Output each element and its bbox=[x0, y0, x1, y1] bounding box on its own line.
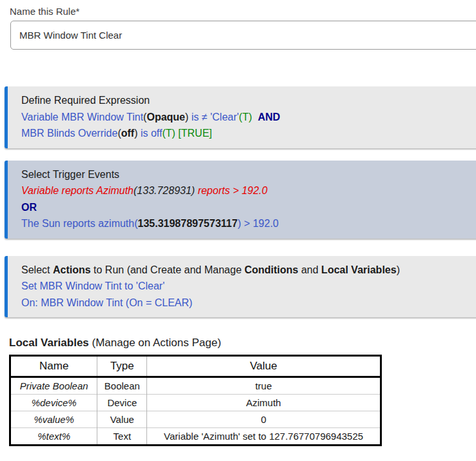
variable-type: Value bbox=[97, 411, 147, 428]
trigger-events-header: Select Trigger Events bbox=[21, 166, 476, 183]
rule-name-label: Name this Rule* bbox=[10, 6, 476, 17]
variable-type: Text bbox=[97, 428, 147, 446]
variable-name: Private Boolean bbox=[10, 377, 97, 395]
table-row: Private Boolean Boolean true bbox=[10, 377, 381, 395]
trigger-or-line: OR bbox=[21, 199, 476, 216]
table-row: %device% Device Azimuth bbox=[10, 395, 381, 411]
trigger-event-line: Variable reports Azimuth(133.728931) rep… bbox=[21, 182, 476, 199]
variable-name: %device% bbox=[10, 395, 97, 411]
rule-sections: Define Required Expression Variable MBR … bbox=[0, 86, 476, 317]
column-header-name: Name bbox=[10, 356, 97, 377]
section-trigger-events[interactable]: Select Trigger Events Variable reports A… bbox=[5, 161, 476, 239]
variable-name: %text% bbox=[10, 428, 97, 446]
variable-type: Device bbox=[97, 395, 147, 411]
action-line: On: MBR Window Tint (On = CLEAR) bbox=[21, 295, 476, 311]
trigger-event-line: The Sun reports azimuth(135.319878975731… bbox=[21, 215, 476, 232]
required-expression-line: Variable MBR Window Tint(Opaque) is ≠ 'C… bbox=[21, 109, 476, 126]
required-expression-header: Define Required Expression bbox=[21, 92, 476, 109]
variable-value: Variable 'Azimuth' set to 127.7677079694… bbox=[147, 428, 381, 446]
section-required-expression[interactable]: Define Required Expression Variable MBR … bbox=[5, 86, 476, 148]
section-actions[interactable]: Select Actions to Run (and Create and Ma… bbox=[5, 256, 476, 318]
variable-name: %value% bbox=[10, 411, 97, 428]
table-header-row: Name Type Value bbox=[10, 356, 381, 377]
required-expression-line: MBR Blinds Override(off) is off(T) [TRUE… bbox=[21, 125, 476, 142]
table-row: %value% Value 0 bbox=[10, 411, 381, 428]
table-row: %text% Text Variable 'Azimuth' set to 12… bbox=[10, 428, 381, 446]
variable-value: Azimuth bbox=[147, 395, 381, 411]
variable-value: 0 bbox=[147, 411, 381, 428]
local-variables-table: Name Type Value Private Boolean Boolean … bbox=[9, 355, 382, 446]
actions-header: Select Actions to Run (and Create and Ma… bbox=[21, 262, 476, 279]
local-variables-title: Local Variables bbox=[9, 337, 89, 349]
action-line: Set MBR Window Tint to 'Clear' bbox=[21, 278, 476, 295]
column-header-type: Type bbox=[97, 356, 147, 377]
rule-name-input[interactable] bbox=[10, 21, 476, 50]
local-variables-subtitle: (Manage on Actions Page) bbox=[89, 337, 221, 349]
local-variables-heading: Local Variables (Manage on Actions Page) bbox=[9, 337, 476, 349]
variable-value: true bbox=[147, 377, 381, 395]
variable-type: Boolean bbox=[97, 377, 147, 395]
column-header-value: Value bbox=[147, 356, 381, 377]
